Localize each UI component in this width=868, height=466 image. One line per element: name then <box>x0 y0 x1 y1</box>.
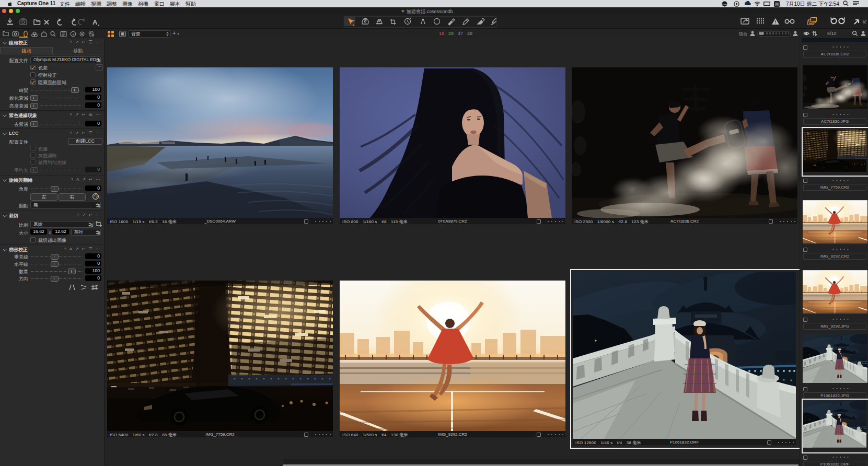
svg-text:LINE: LINE <box>722 3 727 6</box>
svg-text:A: A <box>92 18 98 26</box>
svg-text:國: 國 <box>775 2 779 6</box>
